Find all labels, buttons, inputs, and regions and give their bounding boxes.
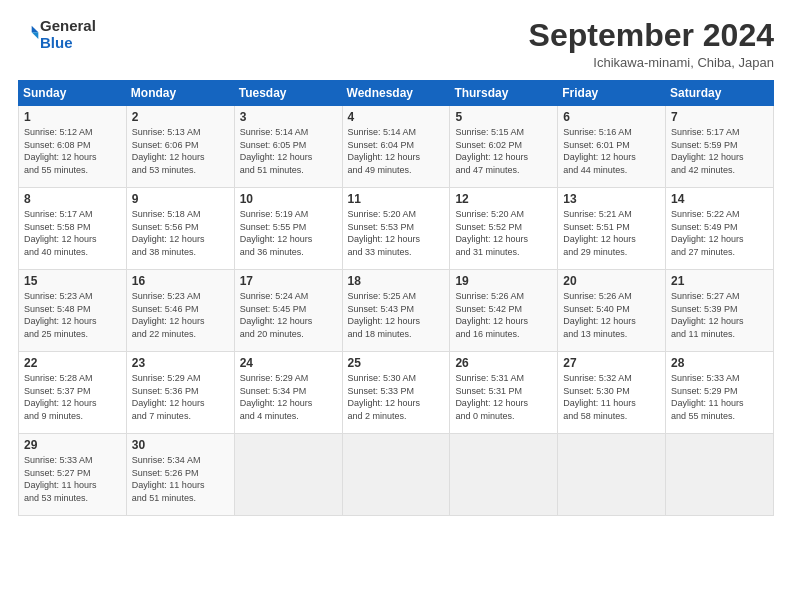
day-number: 5 — [455, 110, 552, 124]
calendar-cell: 27Sunrise: 5:32 AM Sunset: 5:30 PM Dayli… — [558, 352, 666, 434]
calendar-cell: 18Sunrise: 5:25 AM Sunset: 5:43 PM Dayli… — [342, 270, 450, 352]
day-info: Sunrise: 5:23 AM Sunset: 5:46 PM Dayligh… — [132, 290, 229, 340]
calendar-cell — [558, 434, 666, 516]
day-number: 18 — [348, 274, 445, 288]
day-info: Sunrise: 5:15 AM Sunset: 6:02 PM Dayligh… — [455, 126, 552, 176]
svg-marker-0 — [32, 25, 39, 32]
day-number: 30 — [132, 438, 229, 452]
day-info: Sunrise: 5:19 AM Sunset: 5:55 PM Dayligh… — [240, 208, 337, 258]
day-info: Sunrise: 5:20 AM Sunset: 5:52 PM Dayligh… — [455, 208, 552, 258]
day-info: Sunrise: 5:31 AM Sunset: 5:31 PM Dayligh… — [455, 372, 552, 422]
day-info: Sunrise: 5:17 AM Sunset: 5:58 PM Dayligh… — [24, 208, 121, 258]
calendar-cell: 25Sunrise: 5:30 AM Sunset: 5:33 PM Dayli… — [342, 352, 450, 434]
calendar-cell: 23Sunrise: 5:29 AM Sunset: 5:36 PM Dayli… — [126, 352, 234, 434]
calendar-cell: 29Sunrise: 5:33 AM Sunset: 5:27 PM Dayli… — [19, 434, 127, 516]
day-info: Sunrise: 5:30 AM Sunset: 5:33 PM Dayligh… — [348, 372, 445, 422]
day-number: 15 — [24, 274, 121, 288]
calendar-cell — [342, 434, 450, 516]
day-info: Sunrise: 5:13 AM Sunset: 6:06 PM Dayligh… — [132, 126, 229, 176]
day-info: Sunrise: 5:25 AM Sunset: 5:43 PM Dayligh… — [348, 290, 445, 340]
calendar-header-row: Sunday Monday Tuesday Wednesday Thursday… — [19, 81, 774, 106]
header-tuesday: Tuesday — [234, 81, 342, 106]
day-info: Sunrise: 5:28 AM Sunset: 5:37 PM Dayligh… — [24, 372, 121, 422]
day-number: 16 — [132, 274, 229, 288]
calendar-week-3: 15Sunrise: 5:23 AM Sunset: 5:48 PM Dayli… — [19, 270, 774, 352]
header-sunday: Sunday — [19, 81, 127, 106]
calendar-cell: 3Sunrise: 5:14 AM Sunset: 6:05 PM Daylig… — [234, 106, 342, 188]
day-number: 6 — [563, 110, 660, 124]
header-monday: Monday — [126, 81, 234, 106]
header-thursday: Thursday — [450, 81, 558, 106]
logo-general-text: General — [40, 18, 96, 35]
day-info: Sunrise: 5:32 AM Sunset: 5:30 PM Dayligh… — [563, 372, 660, 422]
day-info: Sunrise: 5:26 AM Sunset: 5:42 PM Dayligh… — [455, 290, 552, 340]
day-number: 3 — [240, 110, 337, 124]
location: Ichikawa-minami, Chiba, Japan — [529, 55, 774, 70]
day-info: Sunrise: 5:14 AM Sunset: 6:04 PM Dayligh… — [348, 126, 445, 176]
calendar-cell: 8Sunrise: 5:17 AM Sunset: 5:58 PM Daylig… — [19, 188, 127, 270]
day-info: Sunrise: 5:20 AM Sunset: 5:53 PM Dayligh… — [348, 208, 445, 258]
day-info: Sunrise: 5:27 AM Sunset: 5:39 PM Dayligh… — [671, 290, 768, 340]
day-number: 12 — [455, 192, 552, 206]
calendar-cell: 2Sunrise: 5:13 AM Sunset: 6:06 PM Daylig… — [126, 106, 234, 188]
day-number: 19 — [455, 274, 552, 288]
day-number: 17 — [240, 274, 337, 288]
title-block: September 2024 Ichikawa-minami, Chiba, J… — [529, 18, 774, 70]
day-info: Sunrise: 5:24 AM Sunset: 5:45 PM Dayligh… — [240, 290, 337, 340]
calendar-cell — [666, 434, 774, 516]
header-saturday: Saturday — [666, 81, 774, 106]
logo-blue-text: Blue — [40, 35, 96, 52]
day-number: 25 — [348, 356, 445, 370]
day-number: 2 — [132, 110, 229, 124]
calendar-cell: 16Sunrise: 5:23 AM Sunset: 5:46 PM Dayli… — [126, 270, 234, 352]
day-number: 8 — [24, 192, 121, 206]
day-number: 26 — [455, 356, 552, 370]
day-number: 11 — [348, 192, 445, 206]
calendar-cell: 20Sunrise: 5:26 AM Sunset: 5:40 PM Dayli… — [558, 270, 666, 352]
day-info: Sunrise: 5:12 AM Sunset: 6:08 PM Dayligh… — [24, 126, 121, 176]
day-number: 14 — [671, 192, 768, 206]
calendar-cell: 10Sunrise: 5:19 AM Sunset: 5:55 PM Dayli… — [234, 188, 342, 270]
day-number: 4 — [348, 110, 445, 124]
svg-marker-1 — [32, 32, 39, 39]
calendar-cell: 28Sunrise: 5:33 AM Sunset: 5:29 PM Dayli… — [666, 352, 774, 434]
day-info: Sunrise: 5:29 AM Sunset: 5:36 PM Dayligh… — [132, 372, 229, 422]
calendar-cell: 6Sunrise: 5:16 AM Sunset: 6:01 PM Daylig… — [558, 106, 666, 188]
calendar-cell: 19Sunrise: 5:26 AM Sunset: 5:42 PM Dayli… — [450, 270, 558, 352]
calendar-cell: 30Sunrise: 5:34 AM Sunset: 5:26 PM Dayli… — [126, 434, 234, 516]
day-number: 13 — [563, 192, 660, 206]
calendar-cell: 22Sunrise: 5:28 AM Sunset: 5:37 PM Dayli… — [19, 352, 127, 434]
day-number: 28 — [671, 356, 768, 370]
day-info: Sunrise: 5:21 AM Sunset: 5:51 PM Dayligh… — [563, 208, 660, 258]
day-info: Sunrise: 5:34 AM Sunset: 5:26 PM Dayligh… — [132, 454, 229, 504]
day-info: Sunrise: 5:14 AM Sunset: 6:05 PM Dayligh… — [240, 126, 337, 176]
calendar-cell: 5Sunrise: 5:15 AM Sunset: 6:02 PM Daylig… — [450, 106, 558, 188]
day-number: 27 — [563, 356, 660, 370]
day-info: Sunrise: 5:33 AM Sunset: 5:27 PM Dayligh… — [24, 454, 121, 504]
logo: General Blue — [18, 18, 96, 51]
day-info: Sunrise: 5:29 AM Sunset: 5:34 PM Dayligh… — [240, 372, 337, 422]
calendar-cell: 21Sunrise: 5:27 AM Sunset: 5:39 PM Dayli… — [666, 270, 774, 352]
day-number: 22 — [24, 356, 121, 370]
day-info: Sunrise: 5:23 AM Sunset: 5:48 PM Dayligh… — [24, 290, 121, 340]
day-info: Sunrise: 5:26 AM Sunset: 5:40 PM Dayligh… — [563, 290, 660, 340]
day-info: Sunrise: 5:33 AM Sunset: 5:29 PM Dayligh… — [671, 372, 768, 422]
day-info: Sunrise: 5:22 AM Sunset: 5:49 PM Dayligh… — [671, 208, 768, 258]
day-info: Sunrise: 5:16 AM Sunset: 6:01 PM Dayligh… — [563, 126, 660, 176]
header-wednesday: Wednesday — [342, 81, 450, 106]
header-friday: Friday — [558, 81, 666, 106]
day-number: 20 — [563, 274, 660, 288]
day-number: 1 — [24, 110, 121, 124]
calendar-cell: 17Sunrise: 5:24 AM Sunset: 5:45 PM Dayli… — [234, 270, 342, 352]
month-title: September 2024 — [529, 18, 774, 53]
day-number: 7 — [671, 110, 768, 124]
calendar-cell: 24Sunrise: 5:29 AM Sunset: 5:34 PM Dayli… — [234, 352, 342, 434]
calendar-cell: 11Sunrise: 5:20 AM Sunset: 5:53 PM Dayli… — [342, 188, 450, 270]
day-number: 29 — [24, 438, 121, 452]
day-number: 23 — [132, 356, 229, 370]
day-number: 21 — [671, 274, 768, 288]
calendar-cell — [450, 434, 558, 516]
calendar-cell: 13Sunrise: 5:21 AM Sunset: 5:51 PM Dayli… — [558, 188, 666, 270]
calendar-cell: 9Sunrise: 5:18 AM Sunset: 5:56 PM Daylig… — [126, 188, 234, 270]
calendar-cell: 15Sunrise: 5:23 AM Sunset: 5:48 PM Dayli… — [19, 270, 127, 352]
